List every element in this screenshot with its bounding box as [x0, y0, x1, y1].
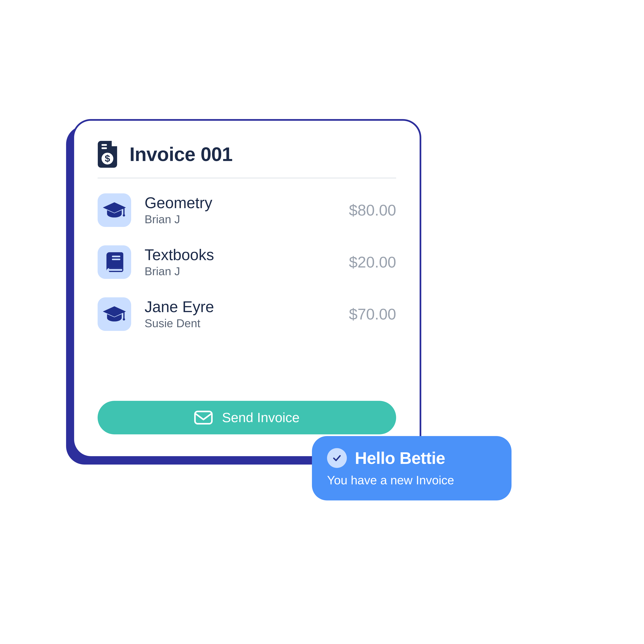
graduation-cap-icon — [98, 193, 131, 227]
line-item-amount: $70.00 — [349, 305, 396, 323]
send-invoice-label: Send Invoice — [222, 410, 300, 425]
toast-title: Hello Bettie — [355, 448, 445, 468]
line-item: TextbooksBrian J$20.00 — [98, 245, 396, 279]
line-item-amount: $80.00 — [349, 201, 396, 219]
svg-rect-1 — [101, 147, 107, 149]
svg-point-5 — [123, 214, 125, 217]
line-item-title: Jane Eyre — [145, 299, 214, 315]
line-item-title: Geometry — [145, 195, 212, 211]
line-item-title: Textbooks — [145, 247, 214, 263]
book-icon — [98, 245, 131, 279]
svg-rect-0 — [101, 144, 107, 146]
svg-rect-11 — [195, 411, 212, 424]
svg-rect-8 — [112, 259, 120, 260]
line-item-subtitle: Brian J — [145, 213, 212, 226]
line-item: GeometryBrian J$80.00 — [98, 193, 396, 227]
graduation-cap-icon — [98, 297, 131, 331]
send-invoice-button[interactable]: Send Invoice — [98, 401, 396, 434]
invoice-file-icon: $ — [98, 141, 119, 168]
svg-rect-4 — [123, 207, 125, 215]
line-item-amount: $20.00 — [349, 253, 396, 271]
svg-text:$: $ — [105, 153, 110, 164]
invoice-card: $ Invoice 001 GeometryBrian J$80.00Textb… — [72, 119, 421, 458]
invoice-title: Invoice 001 — [129, 143, 232, 166]
invoice-header: $ Invoice 001 — [98, 141, 396, 178]
toast-body: You have a new Invoice — [327, 473, 496, 487]
svg-point-10 — [123, 318, 125, 320]
line-item: Jane EyreSusie Dent$70.00 — [98, 297, 396, 331]
svg-rect-9 — [123, 311, 125, 319]
line-items: GeometryBrian J$80.00TextbooksBrian J$20… — [98, 193, 396, 331]
envelope-icon — [194, 410, 213, 425]
line-item-subtitle: Susie Dent — [145, 317, 214, 330]
svg-rect-7 — [112, 256, 120, 257]
line-item-subtitle: Brian J — [145, 265, 214, 278]
new-invoice-toast[interactable]: Hello Bettie You have a new Invoice — [312, 436, 512, 500]
svg-rect-6 — [109, 269, 122, 271]
check-icon — [327, 448, 347, 468]
